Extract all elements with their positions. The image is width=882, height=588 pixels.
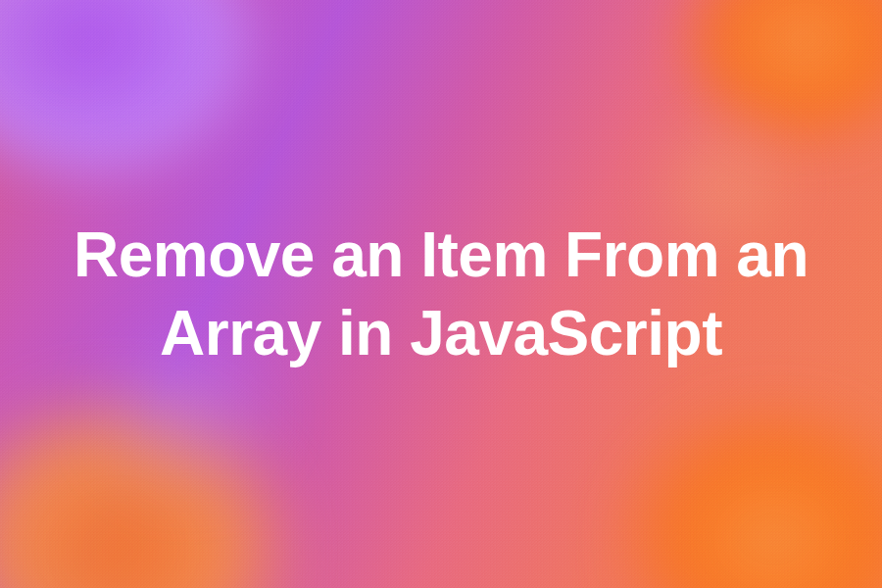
content-container: Remove an Item From an Array in JavaScri…: [0, 0, 882, 588]
main-title: Remove an Item From an Array in JavaScri…: [69, 216, 813, 372]
